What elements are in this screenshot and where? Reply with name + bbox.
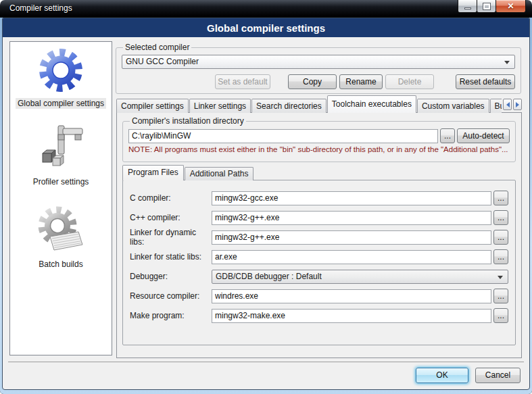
installation-note: NOTE: All programs must exist either in … <box>128 145 510 153</box>
field-row-c-compiler: C compiler: ... <box>130 191 508 205</box>
program-files-panel: C compiler: ... C++ compiler: ... Linker… <box>122 180 516 345</box>
tab-scroll-buttons <box>503 99 522 110</box>
compiler-buttons-row: Set as default Copy Rename Delete Reset … <box>122 74 515 89</box>
tab-strip: Compiler settings Linker settings Search… <box>116 95 502 113</box>
subtab-additional-paths[interactable]: Additional Paths <box>185 167 254 180</box>
blue-gear-icon <box>37 45 84 96</box>
gray-gear-icon <box>37 205 84 257</box>
browse-static-linker-button[interactable]: ... <box>493 249 508 264</box>
delete-button[interactable]: Delete <box>385 74 434 89</box>
dialog-header: Global compiler settings <box>3 18 529 37</box>
field-row-dynamic-linker: Linker for dynamic libs: ... <box>130 230 508 245</box>
sidebar-item-label: Profiler settings <box>31 176 91 187</box>
set-as-default-button[interactable]: Set as default <box>215 74 270 89</box>
close-button[interactable]: ✕ <box>495 0 526 13</box>
tab-toolchain-executables[interactable]: Toolchain executables <box>327 95 416 113</box>
field-label: C compiler: <box>130 193 212 203</box>
field-row-resource-compiler: Resource compiler: ... <box>130 289 508 303</box>
titlebar[interactable]: Compiler settings ✕ <box>0 0 532 18</box>
browse-c-compiler-button[interactable]: ... <box>493 191 508 205</box>
field-row-make-program: Make program: ... <box>130 308 508 323</box>
installation-directory-input[interactable] <box>128 129 438 143</box>
settings-category-list: Global compiler settings <box>9 41 112 355</box>
settings-tab-bar: Compiler settings Linker settings Search… <box>116 95 522 113</box>
tab-compiler-settings[interactable]: Compiler settings <box>116 99 189 113</box>
field-row-cpp-compiler: C++ compiler: ... <box>130 210 508 225</box>
field-label: Resource compiler: <box>130 291 212 301</box>
debugger-select-value: GDB/CDB debugger : Default <box>216 272 322 281</box>
browse-resource-compiler-button[interactable]: ... <box>493 289 508 303</box>
tab-search-directories[interactable]: Search directories <box>251 99 327 113</box>
reset-defaults-button[interactable]: Reset defaults <box>456 74 515 89</box>
field-row-debugger: Debugger: GDB/CDB debugger : Default <box>130 269 508 284</box>
window-title: Compiler settings <box>9 3 72 13</box>
installation-directory-row: ... Auto-detect <box>128 128 510 143</box>
maximize-icon <box>483 3 490 9</box>
toolchain-executables-panel: Compiler's installation directory ... Au… <box>116 112 522 358</box>
arrow-left-icon <box>504 102 510 107</box>
browse-cpp-compiler-button[interactable]: ... <box>493 210 508 225</box>
minimize-icon <box>464 7 471 9</box>
c-compiler-input[interactable] <box>212 191 491 205</box>
sidebar-item-batch-builds[interactable]: Batch builds <box>37 205 84 270</box>
installation-directory-group: Compiler's installation directory ... Au… <box>122 116 516 162</box>
debugger-select[interactable]: GDB/CDB debugger : Default <box>212 270 508 284</box>
close-icon: ✕ <box>507 1 514 11</box>
make-program-input[interactable] <box>212 309 491 323</box>
compiler-select-value: GNU GCC Compiler <box>126 57 199 66</box>
tab-custom-variables[interactable]: Custom variables <box>417 99 489 113</box>
subtab-program-files[interactable]: Program Files <box>122 165 184 180</box>
cpp-compiler-input[interactable] <box>212 211 491 225</box>
tab-scroll-right-button[interactable] <box>513 99 522 110</box>
arrow-right-icon <box>516 102 522 107</box>
field-label: Linker for dynamic libs: <box>130 228 212 247</box>
footer-separator <box>8 362 524 362</box>
compiler-select[interactable]: GNU GCC Compiler <box>122 55 515 69</box>
copy-button[interactable]: Copy <box>288 74 337 89</box>
selected-compiler-group: Selected compiler GNU GCC Compiler Set a… <box>116 43 521 94</box>
dialog-body: Global compiler settings Gl <box>2 18 530 390</box>
page-title: Global compiler settings <box>207 22 325 34</box>
selected-compiler-legend: Selected compiler <box>123 43 191 52</box>
compiler-settings-window: Compiler settings ✕ Global compiler sett… <box>0 0 532 394</box>
tab-linker-settings[interactable]: Linker settings <box>189 99 251 113</box>
maximize-button[interactable] <box>477 0 496 13</box>
field-row-static-linker: Linker for static libs: ... <box>130 249 508 264</box>
browse-make-program-button[interactable]: ... <box>493 308 508 323</box>
field-label: Make program: <box>130 311 212 320</box>
rename-button[interactable]: Rename <box>339 74 383 89</box>
ok-button[interactable]: OK <box>416 368 468 383</box>
field-label: Linker for static libs: <box>130 252 212 262</box>
resource-compiler-input[interactable] <box>212 289 491 303</box>
dynamic-linker-input[interactable] <box>212 230 491 245</box>
cancel-button[interactable]: Cancel <box>475 368 521 383</box>
caliper-icon <box>37 123 84 174</box>
window-controls: ✕ <box>458 0 526 13</box>
static-linker-input[interactable] <box>212 250 491 264</box>
sidebar-item-profiler-settings[interactable]: Profiler settings <box>31 123 91 187</box>
sidebar-item-label: Batch builds <box>37 259 84 270</box>
field-label: C++ compiler: <box>130 213 212 222</box>
programs-subtab-bar: Program Files Additional Paths <box>122 165 254 180</box>
sidebar-item-global-compiler-settings[interactable]: Global compiler settings <box>16 45 106 109</box>
field-label: Debugger: <box>130 272 212 281</box>
sidebar-item-label: Global compiler settings <box>16 98 106 109</box>
auto-detect-button[interactable]: Auto-detect <box>457 128 510 143</box>
installation-directory-legend: Compiler's installation directory <box>130 116 246 126</box>
minimize-button[interactable] <box>458 0 477 13</box>
browse-directory-button[interactable]: ... <box>440 128 455 143</box>
tab-build-options[interactable]: Build options <box>490 99 502 113</box>
tab-scroll-left-button[interactable] <box>503 99 512 110</box>
browse-dynamic-linker-button[interactable]: ... <box>493 230 508 245</box>
